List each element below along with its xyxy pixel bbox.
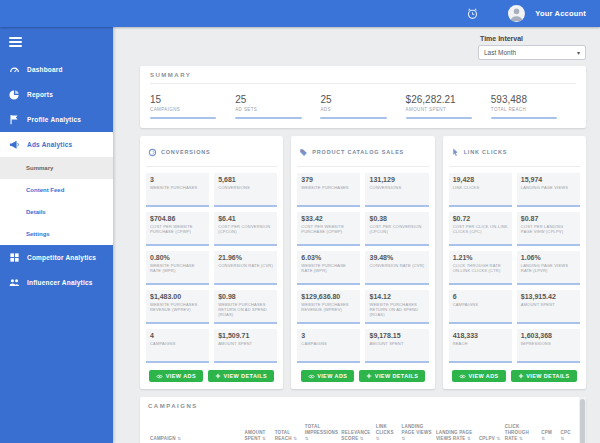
table-scrollbar[interactable]	[579, 397, 586, 443]
card-title: PRODUCT CATALOG SALES	[312, 149, 404, 155]
subitem-label: Summary	[26, 165, 53, 171]
metric-value: $9,178.15	[369, 332, 424, 339]
sort-icon[interactable]: ⇅	[376, 436, 380, 441]
card-buttons: VIEW ADS VIEW DETAILS	[449, 370, 580, 382]
sidebar-item-dashboard[interactable]: Dashboard	[0, 57, 113, 82]
sort-icon[interactable]: ⇅	[177, 436, 181, 441]
metric-label: WEBSITE PURCHASE RATE (WPR)	[150, 263, 205, 274]
view-details-label: VIEW DETAILS	[375, 373, 419, 379]
metric-label: CAMPAIGNS	[301, 341, 356, 346]
sidebar-item-reports[interactable]: Reports	[0, 82, 113, 107]
metric-label: COST PER WEBSITE PURCHASE (CPWP)	[150, 224, 205, 235]
avatar[interactable]	[508, 5, 525, 22]
metric-tile: 6.03%WEBSITE PURCHASE RATE (WPR)	[297, 251, 360, 285]
sort-icon[interactable]: ⇅	[360, 436, 364, 441]
account-label[interactable]: Your Account	[535, 9, 586, 18]
metric-tile: 418,333REACH	[449, 329, 512, 363]
campaigns-table-card: CAMPAIGNS CAMPAIGN ⇅ AMOUNT SPENT ⇅ TOTA…	[140, 397, 586, 443]
column-header[interactable]: CPC ⇅	[559, 422, 578, 443]
card-header: CONVERSIONS	[146, 142, 277, 167]
column-header[interactable]: CAMPAIGN ⇅	[148, 422, 243, 443]
sort-icon[interactable]: ⇅	[541, 436, 545, 441]
sidebar-item-competitor-analytics[interactable]: Competitor Analytics	[0, 245, 113, 270]
sidebar-subitem-summary[interactable]: Summary	[0, 157, 113, 179]
time-interval-select[interactable]: Last Month ▾	[478, 45, 586, 60]
sort-icon[interactable]: ⇅	[305, 436, 309, 441]
sidebar-item-influencer-analytics[interactable]: Influencer Analytics	[0, 270, 113, 295]
column-header[interactable]: RELEVANCE SCORE ⇅	[339, 422, 373, 443]
sort-icon[interactable]: ⇅	[467, 436, 471, 441]
metric-value: $1,483.00	[150, 293, 205, 300]
view-ads-button[interactable]: VIEW ADS	[452, 370, 506, 382]
sort-icon[interactable]: ⇅	[402, 436, 406, 441]
stat-underline	[235, 117, 301, 119]
sidebar-item-ads-analytics[interactable]: Ads Analytics	[0, 132, 113, 157]
stat-underline	[320, 117, 386, 119]
card-buttons: VIEW ADS VIEW DETAILS	[297, 370, 428, 382]
column-header[interactable]: TOTAL REACH ⇅	[273, 422, 303, 443]
view-details-button[interactable]: VIEW DETAILS	[208, 370, 274, 382]
column-header[interactable]: LINK CLICKS ⇅	[374, 422, 400, 443]
metric-label: WEBSITE PURCHASES REVENUE (WPREV)	[150, 302, 205, 313]
sidebar-subitem-content-feed[interactable]: Content Feed	[0, 179, 113, 201]
metric-grid: 19,428LINK CLICKS 15,974LANDING PAGE VIE…	[449, 173, 580, 363]
menu-toggle-icon[interactable]	[0, 27, 113, 57]
metric-value: 39.48%	[369, 254, 424, 261]
stat-underline	[491, 117, 557, 119]
column-header[interactable]: LANDING PAGE VIEWS RATE ⇅	[434, 422, 477, 443]
column-header[interactable]: LANDING PAGE VIEWS ⇅	[400, 422, 434, 443]
column-header[interactable]: CPM ⇅	[539, 422, 558, 443]
column-header[interactable]: CLICK THROUGH RATE ⇅	[503, 422, 540, 443]
campaigns-table-title: CAMPAIGNS	[148, 403, 578, 414]
sidebar-subitem-settings[interactable]: Settings	[0, 223, 113, 245]
scrollbar-thumb[interactable]	[580, 399, 585, 443]
view-ads-button[interactable]: VIEW ADS	[301, 370, 355, 382]
metric-value: $14.12	[369, 293, 424, 300]
view-ads-button[interactable]: VIEW ADS	[149, 370, 203, 382]
summary-stat: 25ADS	[320, 94, 405, 119]
notifications-icon[interactable]	[464, 6, 480, 22]
sort-icon[interactable]: ⇅	[262, 436, 266, 441]
column-header[interactable]: TOTAL IMPRESSIONS ⇅	[303, 422, 340, 443]
topbar-right: Your Account	[464, 5, 600, 22]
column-header[interactable]: AMOUNT SPENT ⇅	[243, 422, 273, 443]
metric-value: $6.41	[218, 215, 273, 222]
metric-tile: 6CAMPAIGNS	[449, 290, 512, 324]
view-details-button[interactable]: VIEW DETAILS	[359, 370, 425, 382]
sidebar-item-profile-analytics[interactable]: Profile Analytics	[0, 107, 113, 132]
grid-icon	[9, 249, 20, 267]
conversions-icon	[148, 143, 157, 161]
sort-icon[interactable]: ⇅	[293, 436, 297, 441]
sort-icon[interactable]: ⇅	[561, 436, 565, 441]
topbar: Your Account	[0, 0, 600, 27]
stat-value: 15	[150, 94, 235, 105]
metric-label: LINK CLICKS	[453, 185, 508, 190]
metric-tile: 0.80%WEBSITE PURCHASE RATE (WPR)	[146, 251, 209, 285]
table-header-row: CAMPAIGN ⇅ AMOUNT SPENT ⇅ TOTAL REACH ⇅ …	[148, 422, 578, 443]
stat-value: 25	[235, 94, 320, 105]
metric-tile: 1,603,368IMPRESSIONS	[517, 329, 580, 363]
main-content: Time Interval Last Month ▾ SUMMARY 15CAM…	[113, 27, 600, 443]
metric-value: 21.96%	[218, 254, 273, 261]
sidebar-subitem-details[interactable]: Details	[0, 201, 113, 223]
time-interval-label: Time Interval	[480, 35, 523, 42]
sort-icon[interactable]: ⇅	[519, 436, 523, 441]
metric-tile: $9,178.15AMOUNT SPENT	[365, 329, 428, 363]
metric-value: 6	[453, 293, 508, 300]
metric-cards-row: CONVERSIONS 3WEBSITE PURCHASES 5,681CONV…	[140, 136, 586, 389]
card-title: CONVERSIONS	[161, 149, 210, 155]
column-header[interactable]: CPLPV ⇅	[477, 422, 503, 443]
link-clicks-card: LINK CLICKS 19,428LINK CLICKS 15,974LAND…	[443, 136, 586, 389]
sort-icon[interactable]: ⇅	[496, 436, 500, 441]
metric-value: $0.98	[218, 293, 273, 300]
metric-tile: 19,428LINK CLICKS	[449, 173, 512, 207]
metric-value: $129,636.80	[301, 293, 356, 300]
metric-value: 379	[301, 176, 356, 183]
plus-icon	[518, 373, 524, 379]
flag-icon	[9, 111, 20, 129]
metric-value: 131,129	[369, 176, 424, 183]
stat-underline	[150, 117, 216, 119]
view-details-button[interactable]: VIEW DETAILS	[511, 370, 577, 382]
metric-value: 4	[150, 332, 205, 339]
metric-tile: 4CAMPAIGNS	[146, 329, 209, 363]
